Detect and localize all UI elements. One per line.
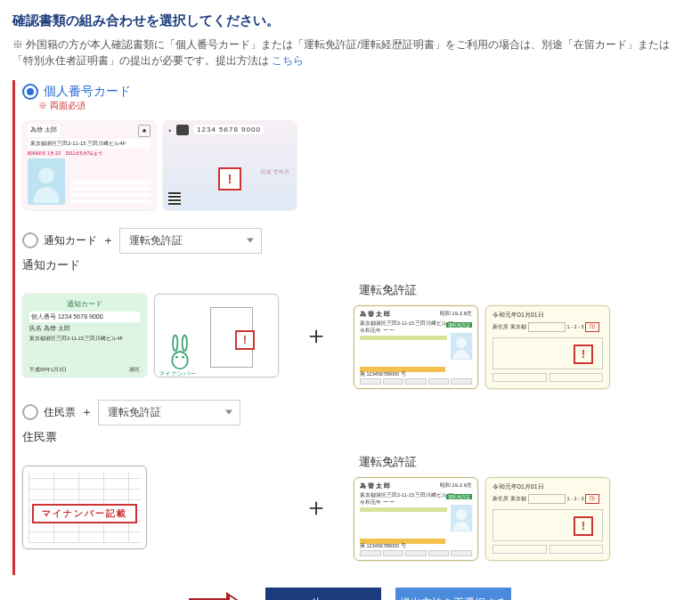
mynumber-band: マイナンバー記載 — [32, 504, 137, 523]
mn-back-text: 氏名 生年月 — [261, 168, 289, 176]
mn-birth: 昭和60年 1月 23 — [28, 150, 61, 156]
qr-code-icon — [168, 192, 181, 205]
svg-point-4 — [182, 356, 184, 359]
tsuchi-card-back: ! マイナンバー — [154, 294, 279, 377]
juminhyo-heading: 住民票 — [15, 426, 688, 449]
foreign-notice: ※ 外国籍の方が本人確認書類に「個人番号カード」または「運転免許証/運転経歴証明… — [12, 36, 688, 69]
instruction-arrow-icon — [189, 593, 242, 600]
svg-point-0 — [172, 352, 188, 369]
opt-mynumber-label: 個人番号カード — [44, 84, 131, 100]
opt-mynumber-note: ※ 両面必須 — [38, 100, 688, 112]
license-back-2: 令和元年01月01日 新住所 東京都1 - 2 - 3印 ! — [485, 477, 610, 561]
mynumber-bunny-icon — [164, 332, 196, 371]
svg-point-3 — [175, 356, 178, 359]
notice-text: ※ 外国籍の方が本人確認書類に「個人番号カード」または「運転免許証/運転経歴証明… — [12, 39, 670, 66]
nc-back-label: マイナンバー — [159, 369, 196, 377]
opt-tsuchi-label: 通知カード — [44, 233, 97, 248]
plus-icon: ＋ — [288, 491, 345, 524]
nc-title: 通知カード — [29, 299, 140, 309]
ic-chip-icon — [176, 125, 189, 135]
radio-mynumber[interactable] — [22, 84, 38, 100]
select-tsuchi-secondary[interactable]: 運転免許証 — [119, 228, 262, 254]
warning-icon: ! — [574, 516, 593, 536]
juminhyo-sample: マイナンバー記載 — [22, 466, 147, 549]
warning-icon: ! — [574, 345, 593, 364]
tsuchi-heading: 通知カード — [15, 254, 688, 277]
mynumber-card-front: 為替 太郎 ♣ 東京都港区三田2-11-15 三田川崎ビル4F 昭和60年 1月… — [22, 121, 156, 210]
plus-icon: ＋ — [288, 319, 345, 353]
radio-juminhyo[interactable] — [22, 404, 38, 420]
mn-logo-icon: ♣ — [138, 125, 151, 137]
license-chip-icon: 運転免許証 — [446, 322, 472, 328]
license-front: 為 替 太 郎昭和 19.2.6生 東京都港区三田2-11-15 三田川崎ビル4… — [354, 305, 478, 389]
radio-tsuchi[interactable] — [22, 232, 38, 248]
plus-icon: ＋ — [102, 232, 114, 248]
warning-icon: ! — [218, 167, 241, 191]
opt-juminhyo-label: 住民票 — [44, 405, 76, 420]
mn-back-number: 1234 5678 9000 — [194, 125, 264, 134]
license-photo-icon — [451, 505, 472, 531]
reselect-button[interactable]: 提出方法を再選択する — [395, 588, 511, 600]
select-juminhyo-secondary[interactable]: 運転免許証 — [98, 400, 240, 426]
mn-expiry: 2011年5月7日まで — [66, 150, 103, 156]
mn-address: 東京都港区三田2-11-15 三田川崎ビル4F — [28, 139, 151, 149]
plus-icon: ＋ — [81, 404, 93, 420]
page-title: 確認書類の組み合わせを選択してください。 — [12, 12, 688, 29]
dl-heading-2: 運転免許証 — [359, 454, 610, 470]
license-back: 令和元年01月01日 新住所 東京都1 - 2 - 3印 ! — [485, 305, 610, 389]
notice-link[interactable]: こちら — [272, 55, 304, 66]
svg-point-2 — [183, 335, 187, 351]
dl-heading: 運転免許証 — [359, 282, 610, 298]
mynumber-card-back: ● 1234 5678 9000 ! 氏名 生年月 — [163, 121, 297, 210]
tsuchi-card-front: 通知カード 個人番号 1234 5678 9000 氏名 為替 太郎 東京都港区… — [22, 294, 147, 377]
svg-point-1 — [173, 335, 177, 351]
license-front-2: 為 替 太 郎昭和 19.2.6生 東京都港区三田2-11-15 三田川崎ビル4… — [354, 477, 478, 561]
mn-name: 為替 太郎 — [28, 125, 60, 137]
warning-icon: ! — [235, 330, 255, 350]
mn-photo-icon — [28, 158, 65, 205]
license-photo-icon — [451, 333, 472, 360]
next-button[interactable]: 次へ — [265, 588, 381, 600]
